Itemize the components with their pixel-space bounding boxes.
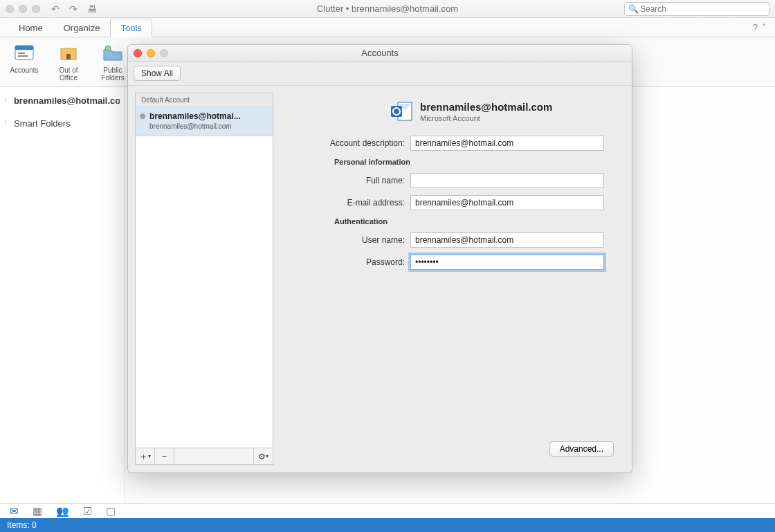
close-icon[interactable] [134, 49, 142, 57]
status-dot-icon [140, 113, 145, 119]
collapse-ribbon-icon[interactable]: ˄ [762, 22, 767, 33]
outlook-icon [390, 100, 413, 123]
tab-tools[interactable]: Tools [110, 19, 152, 37]
account-header: brennamiles@hotmail.com Microsoft Accoun… [390, 100, 614, 123]
help-controls: ? ˄ [753, 22, 767, 33]
quick-toolbar: ↶ ↷ 🖶 [51, 3, 97, 15]
minimize-icon[interactable] [19, 5, 27, 13]
show-all-button[interactable]: Show All [134, 66, 181, 81]
search-input[interactable] [624, 2, 769, 16]
remove-account-button[interactable]: − [155, 448, 174, 464]
svg-rect-3 [18, 55, 28, 57]
tab-home[interactable]: Home [8, 19, 53, 37]
out-of-office-label: Out of Office [59, 66, 78, 82]
svg-rect-2 [18, 53, 25, 54]
tasks-view-icon[interactable]: ☑ [83, 505, 92, 517]
undo-icon[interactable]: ↶ [51, 3, 60, 15]
folder-sidebar: 〉 brennamiles@hotmail.co 〉 Smart Folders [0, 87, 125, 503]
email-label: E-mail address: [293, 198, 410, 208]
minimize-icon[interactable] [147, 49, 155, 57]
close-icon[interactable] [6, 5, 14, 13]
sidebar-smart-folders-label: Smart Folders [14, 118, 71, 129]
full-name-label: Full name: [293, 176, 410, 185]
mail-view-icon[interactable]: ✉ [10, 505, 19, 517]
print-icon[interactable]: 🖶 [87, 3, 97, 15]
email-field[interactable] [410, 195, 604, 210]
account-list-header: Default Account [136, 93, 273, 107]
help-icon[interactable]: ? [753, 22, 758, 33]
description-label: Account description: [293, 138, 410, 148]
account-list: Default Account brennamiles@hotmai... br… [135, 93, 273, 465]
status-bar: Items: 0 [0, 518, 775, 532]
window-controls [6, 5, 40, 13]
account-email-heading: brennamiles@hotmail.com [420, 101, 552, 113]
account-type-label: Microsoft Account [420, 114, 552, 122]
public-folders-button[interactable]: Public Folders [95, 42, 130, 82]
advanced-button[interactable]: Advanced... [549, 441, 614, 457]
svg-rect-5 [66, 54, 71, 59]
account-item-title: brennamiles@hotmai... [149, 111, 267, 121]
accounts-toolbar: Show All [128, 62, 632, 86]
search-icon: 🔍 [628, 4, 639, 14]
authentication-section: Authentication [334, 217, 614, 226]
view-switcher: ✉ ▦ 👥 ☑ ▢ [0, 503, 775, 518]
disclosure-icon: 〉 [4, 96, 11, 105]
status-items: Items: 0 [7, 520, 37, 530]
user-name-field[interactable] [410, 232, 604, 248]
user-name-label: User name: [293, 235, 410, 245]
accounts-titlebar: Accounts [128, 45, 632, 62]
add-account-button[interactable]: ＋▾ [136, 448, 155, 464]
people-view-icon[interactable]: 👥 [56, 505, 69, 517]
personal-info-section: Personal information [334, 158, 614, 166]
accounts-button[interactable]: Accounts [7, 42, 42, 74]
sidebar-account-label: brennamiles@hotmail.co [14, 95, 120, 106]
ribbon-tabs: Home Organize Tools [0, 18, 775, 37]
redo-icon[interactable]: ↷ [69, 3, 78, 15]
account-list-footer: ＋▾ − ⚙▾ [136, 448, 273, 464]
accounts-window: Accounts Show All Default Account brenna… [127, 44, 632, 473]
sidebar-item-smart-folders[interactable]: 〉 Smart Folders [0, 116, 124, 131]
disclosure-icon: 〉 [4, 119, 11, 128]
calendar-view-icon[interactable]: ▦ [33, 505, 42, 517]
password-field[interactable] [410, 255, 604, 270]
accounts-icon [12, 42, 36, 65]
zoom-icon [160, 49, 168, 57]
window-title: Clutter • brennamiles@hotmail.com [317, 3, 458, 14]
description-field[interactable] [410, 136, 604, 151]
zoom-icon[interactable] [32, 5, 40, 13]
out-of-office-icon [57, 42, 80, 65]
svg-rect-1 [15, 46, 33, 50]
search-box: 🔍 [624, 2, 769, 16]
out-of-office-button[interactable]: Out of Office [51, 42, 86, 82]
public-folders-label: Public Folders [101, 66, 124, 82]
notes-view-icon[interactable]: ▢ [106, 505, 116, 517]
svg-point-6 [105, 46, 111, 51]
title-bar: ↶ ↷ 🖶 Clutter • brennamiles@hotmail.com … [0, 0, 775, 18]
account-detail-pane: brennamiles@hotmail.com Microsoft Accoun… [282, 93, 625, 465]
account-settings-button[interactable]: ⚙▾ [253, 448, 273, 464]
account-item-subtitle: brennamiles@hotmail.com [149, 122, 267, 130]
accounts-window-title: Accounts [361, 48, 398, 58]
account-list-item[interactable]: brennamiles@hotmai... brennamiles@hotmai… [136, 107, 273, 136]
accounts-label: Accounts [10, 66, 38, 74]
password-label: Password: [293, 257, 410, 267]
tab-organize[interactable]: Organize [53, 19, 111, 37]
full-name-field[interactable] [410, 173, 604, 188]
sidebar-item-account[interactable]: 〉 brennamiles@hotmail.co [0, 93, 124, 109]
public-folders-icon [101, 42, 125, 65]
